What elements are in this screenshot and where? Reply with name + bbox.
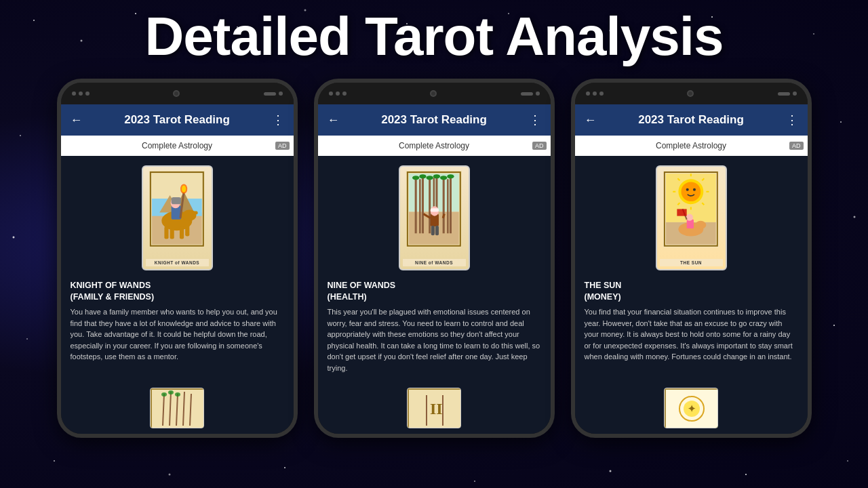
phone-left: ← 2023 Tarot Reading ⋮ Complete Astrolog… xyxy=(57,79,298,438)
bottom-preview-center: II xyxy=(318,384,551,434)
ad-text-center: Complete Astrology xyxy=(399,141,469,150)
phone-right: ← 2023 Tarot Reading ⋮ Complete Astrolog… xyxy=(571,79,812,438)
card-subtitle-center: (HEALTH) xyxy=(328,292,367,302)
page-content: Detailed Tarot Analysis ← 20 xyxy=(0,0,868,488)
svg-point-54 xyxy=(175,392,180,396)
ad-banner-left: Complete Astrology AD xyxy=(61,136,294,156)
card-desc-right: You find that your financial situation c… xyxy=(585,306,798,363)
ad-label-left: AD xyxy=(275,142,290,150)
speaker-dot xyxy=(85,92,90,96)
svg-rect-38 xyxy=(193,211,198,214)
svg-rect-33 xyxy=(165,226,169,239)
signal-dot xyxy=(279,92,283,96)
tarot-card-knight: KNIGHT of WANDS xyxy=(142,165,213,270)
speaker-dot xyxy=(593,92,597,96)
svg-rect-80 xyxy=(435,226,439,235)
share-button-left[interactable]: ⋮ xyxy=(272,113,284,127)
signal-dot xyxy=(793,92,797,96)
app-bar-left: ← 2023 Tarot Reading ⋮ xyxy=(61,104,294,136)
svg-rect-35 xyxy=(180,226,184,239)
svg-point-68 xyxy=(412,176,419,180)
svg-point-53 xyxy=(168,390,174,394)
card-subtitle-left: (FAMILY & FRIENDS) xyxy=(71,292,155,302)
speaker-dot xyxy=(586,92,590,96)
back-button-center[interactable]: ← xyxy=(328,113,340,127)
bottom-card-left xyxy=(150,388,204,428)
card-desc-left: You have a family member who wants to he… xyxy=(71,306,284,363)
card-label-knight: KNIGHT of WANDS xyxy=(146,259,209,266)
back-button-right[interactable]: ← xyxy=(585,113,597,127)
svg-rect-36 xyxy=(185,225,189,236)
svg-point-44 xyxy=(182,186,186,192)
share-button-center[interactable]: ⋮ xyxy=(529,113,541,127)
app-title-center: 2023 Tarot Reading xyxy=(340,113,529,127)
card-subtitle-right: (MONEY) xyxy=(585,292,621,302)
phone-content-right: THE SUN THE SUN (MONEY) You find that yo… xyxy=(575,156,808,384)
svg-line-78 xyxy=(443,214,444,218)
speaker-dot xyxy=(329,92,333,96)
svg-point-70 xyxy=(427,176,433,180)
back-button-left[interactable]: ← xyxy=(71,113,83,127)
bottom-preview-right: ✦ xyxy=(575,384,808,434)
svg-point-90 xyxy=(682,182,701,201)
page-title: Detailed Tarot Analysis xyxy=(145,7,724,66)
signal-bar xyxy=(778,92,790,96)
app-bar-right: ← 2023 Tarot Reading ⋮ xyxy=(575,104,808,136)
svg-rect-34 xyxy=(170,228,174,239)
svg-point-91 xyxy=(686,188,689,191)
speaker-dot xyxy=(336,92,340,96)
card-title-center: NINE OF WANDS xyxy=(328,280,396,291)
phone-top-bar-center xyxy=(318,83,551,104)
speaker-dot xyxy=(72,92,76,96)
svg-point-72 xyxy=(440,176,447,180)
ad-label-center: AD xyxy=(532,142,547,150)
tarot-card-sun: THE SUN xyxy=(656,165,727,270)
app-title-right: 2023 Tarot Reading xyxy=(597,113,786,127)
phone-top-bar-right xyxy=(575,83,808,104)
bottom-card-center: II xyxy=(407,388,461,428)
svg-point-69 xyxy=(419,174,426,178)
ad-text-left: Complete Astrology xyxy=(142,141,212,150)
bottom-card-right: ✦ xyxy=(664,388,718,428)
card-label-nine-wands: NINE of WANDS xyxy=(403,259,466,266)
ad-label-right: AD xyxy=(789,142,804,150)
phones-container: ← 2023 Tarot Reading ⋮ Complete Astrolog… xyxy=(0,79,868,438)
svg-rect-76 xyxy=(431,208,439,211)
phone-top-bar-left xyxy=(61,83,294,104)
svg-text:II: II xyxy=(430,400,443,418)
card-title-left: KNIGHT OF WANDS xyxy=(71,280,151,291)
svg-text:✦: ✦ xyxy=(688,404,696,414)
svg-rect-104 xyxy=(687,220,694,228)
svg-point-71 xyxy=(433,174,440,178)
camera-icon xyxy=(430,90,437,97)
signal-bar xyxy=(521,92,533,96)
camera-icon xyxy=(687,90,694,97)
svg-point-105 xyxy=(686,214,693,221)
camera-icon xyxy=(173,90,180,97)
svg-rect-41 xyxy=(172,197,181,204)
ad-banner-center: Complete Astrology AD xyxy=(318,136,551,156)
card-title-right: THE SUN xyxy=(585,280,622,291)
svg-rect-107 xyxy=(677,209,686,216)
svg-point-92 xyxy=(693,188,696,191)
card-desc-center: This year you'll be plagued with emotion… xyxy=(328,306,541,373)
card-label-sun: THE SUN xyxy=(660,259,723,266)
phone-content-left: KNIGHT of WANDS KNIGHT OF WANDS (FAMILY … xyxy=(61,156,294,384)
speaker-dot xyxy=(342,92,347,96)
signal-bar xyxy=(264,92,276,96)
phone-center: ← 2023 Tarot Reading ⋮ Complete Astrolog… xyxy=(314,79,555,438)
phone-content-center: NINE of WANDS NINE OF WANDS (HEALTH) Thi… xyxy=(318,156,551,384)
bottom-preview-left xyxy=(61,384,294,434)
app-title-left: 2023 Tarot Reading xyxy=(83,113,272,127)
ad-text-right: Complete Astrology xyxy=(656,141,726,150)
signal-dot xyxy=(536,92,540,96)
share-button-right[interactable]: ⋮ xyxy=(786,113,798,127)
svg-point-73 xyxy=(447,174,454,178)
speaker-dot xyxy=(599,92,604,96)
svg-point-52 xyxy=(161,392,167,396)
app-bar-center: ← 2023 Tarot Reading ⋮ xyxy=(318,104,551,136)
svg-point-103 xyxy=(695,221,706,229)
ad-banner-right: Complete Astrology AD xyxy=(575,136,808,156)
speaker-dot xyxy=(79,92,83,96)
svg-rect-79 xyxy=(431,226,435,235)
